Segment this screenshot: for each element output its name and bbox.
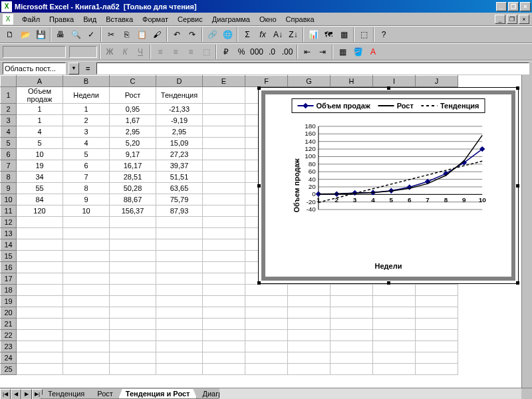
row-header[interactable]: 12 [1,217,17,228]
resize-handle[interactable] [257,86,261,90]
cell[interactable]: 1 [63,104,110,115]
menu-view[interactable]: Вид [78,14,101,25]
cell[interactable]: 84 [17,194,63,205]
cell[interactable] [110,285,156,296]
cell[interactable] [288,330,331,341]
embedded-chart[interactable]: Объем продаж Рост Тенденция Объем продаж… [258,87,519,284]
cell[interactable] [373,319,416,330]
cell[interactable]: 87,93 [156,205,203,217]
spell-button[interactable]: ✓ [84,27,98,42]
cell[interactable]: 15,09 [156,138,203,149]
next-tab-button[interactable]: ▶ [21,389,32,400]
cell[interactable] [245,364,288,375]
cell[interactable] [17,262,63,273]
resize-handle[interactable] [516,281,519,285]
cell[interactable]: 27,23 [156,149,203,160]
cell[interactable]: 39,37 [156,160,203,172]
row-header[interactable]: 15 [1,251,17,262]
cell[interactable]: 8 [63,183,110,194]
align-center-button[interactable]: ≡ [168,45,183,59]
cell[interactable] [416,352,458,364]
currency-button[interactable]: ₽ [219,45,233,59]
cell[interactable]: 75,79 [156,194,203,205]
cell[interactable] [156,239,203,251]
cell[interactable] [110,251,156,262]
resize-handle[interactable] [257,281,261,285]
cell[interactable]: 1 [17,115,63,126]
cell[interactable] [203,352,245,364]
new-button[interactable]: 🗋 [3,27,17,42]
formula-input[interactable] [96,63,529,74]
row-header[interactable]: 21 [1,319,17,330]
cell[interactable] [373,285,416,296]
cell[interactable] [156,364,203,375]
cell[interactable] [203,330,245,341]
comma-button[interactable]: 000 [249,45,264,59]
font-select[interactable] [3,46,66,58]
cell[interactable] [245,352,288,364]
cell[interactable] [331,296,373,307]
cell[interactable]: 10 [63,205,110,217]
cell[interactable] [373,330,416,341]
cell[interactable] [416,307,458,319]
cell[interactable] [245,319,288,330]
col-header-j[interactable]: J [416,76,458,87]
row-header[interactable]: 14 [1,239,17,251]
paste-button[interactable]: 📋 [134,27,149,42]
cell[interactable]: 5,20 [110,138,156,149]
cell[interactable] [373,341,416,352]
cell[interactable] [331,330,373,341]
cell[interactable] [416,319,458,330]
cell[interactable] [63,296,110,307]
menu-format[interactable]: Формат [138,14,173,25]
cell[interactable] [203,183,245,194]
cell[interactable] [110,319,156,330]
menu-chart[interactable]: Диаграмма [207,14,255,25]
cell[interactable] [203,228,245,239]
cell[interactable] [288,352,331,364]
cell[interactable]: 156,37 [110,205,156,217]
cell[interactable] [110,307,156,319]
cell[interactable] [156,262,203,273]
restore-button[interactable]: ❐ [508,2,519,11]
open-button[interactable]: 📂 [18,27,33,42]
sort-asc-button[interactable]: A↓ [271,27,285,42]
col-header-g[interactable]: G [288,76,331,87]
cell[interactable] [63,285,110,296]
cell[interactable]: 88,67 [110,194,156,205]
row-header[interactable]: 4 [1,126,17,138]
borders-button[interactable]: ▦ [335,45,350,59]
cell[interactable]: 120 [17,205,63,217]
row-header[interactable]: 16 [1,262,17,273]
col-header-b[interactable]: B [63,76,110,87]
inc-indent-button[interactable]: ⇥ [315,45,330,59]
fx-button[interactable]: fx [255,27,270,42]
close-button[interactable]: × [520,2,531,11]
cell[interactable] [416,330,458,341]
col-header-c[interactable]: C [110,76,156,87]
inc-decimal-button[interactable]: .0 [265,45,279,59]
cell[interactable] [63,239,110,251]
sum-button[interactable]: Σ [240,27,255,42]
cell[interactable]: 5 [17,138,63,149]
cell[interactable] [156,296,203,307]
row-header[interactable]: 7 [1,160,17,172]
sheet-tab[interactable]: Тенденция и Рост [118,389,198,399]
cell[interactable] [373,296,416,307]
cell[interactable]: 50,28 [110,183,156,194]
name-box-dropdown[interactable]: ▼ [68,63,79,74]
doc-minimize-button[interactable]: _ [495,15,505,24]
align-left-button[interactable]: ≡ [153,45,168,59]
cell[interactable] [17,364,63,375]
cell[interactable] [17,330,63,341]
cell[interactable] [63,330,110,341]
cell[interactable]: 9,17 [110,149,156,160]
row-header[interactable]: 20 [1,307,17,319]
cell[interactable] [203,205,245,217]
size-select[interactable] [69,46,97,58]
resize-handle[interactable] [387,86,390,90]
cell[interactable] [288,319,331,330]
cell[interactable] [17,217,63,228]
row-header[interactable]: 23 [1,341,17,352]
row-header[interactable]: 3 [1,115,17,126]
